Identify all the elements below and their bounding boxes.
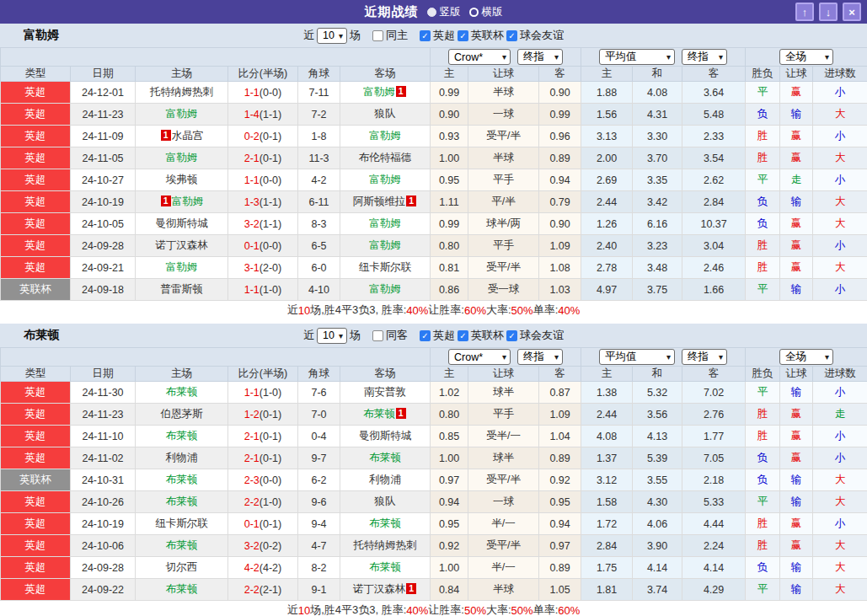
half-time-score: (0-1) [260,409,281,420]
move-up-button[interactable]: ↑ [795,3,814,21]
home-team-cell: 伯恩茅斯 [136,404,228,426]
league-checkbox-efl-cup[interactable]: ✓ [458,330,468,341]
avg-away-cell: 2.46 [682,257,746,279]
title-group: 近期战绩 竖版 横版 [0,4,867,20]
league-checkbox-friendly[interactable]: ✓ [506,330,517,341]
average-select[interactable]: 平均值 ▾ [599,49,675,65]
summary-segment: 单率: [533,603,559,616]
same-venue-checkbox[interactable] [372,330,383,341]
scope-value: 全场 [785,50,806,64]
avg-away-cell: 7.05 [682,447,746,469]
league-label-friendly: 球会友谊 [520,328,564,343]
home-odds-cell: 0.99 [431,213,468,235]
odds-company-select[interactable]: Crow* ▾ [448,49,511,65]
odds-time-value: 终指 [523,50,544,64]
avg-home-cell: 1.26 [581,213,633,235]
team-name: 布莱顿 [369,452,401,463]
odds-company-value: Crow* [454,351,483,363]
away-odds-cell: 0.79 [539,191,581,213]
match-row: 英超24-11-05富勒姆2-1(0-1)11-3布伦特福德1.00半球0.89… [1,147,867,169]
match-date-cell: 24-12-01 [71,82,136,104]
away-team-cell: 富勒姆 [340,235,431,257]
odds-time-select[interactable]: 终指 ▾ [517,349,563,365]
handicap-cell: 受半/一 [468,426,539,447]
layout-horizontal-radio[interactable]: 横版 [469,5,503,19]
league-type-cell: 英超 [1,235,71,257]
team-name: 富勒姆 [363,86,395,98]
move-down-button[interactable]: ↓ [819,3,838,21]
col-handicap-result: 让球 [780,367,813,382]
home-team-cell: 普雷斯顿 [136,279,228,301]
home-odds-cell: 0.95 [431,169,468,191]
same-venue-checkbox[interactable] [372,30,383,41]
scope-select[interactable]: 全场 ▾ [779,49,833,65]
col-away: 客场 [340,67,431,82]
avg-home-cell: 2.44 [581,404,633,426]
league-checkbox-friendly[interactable]: ✓ [506,30,517,41]
wdl-result-cell: 胜 [746,147,780,169]
handicap-result-cell: 赢 [780,404,813,426]
avg-home-cell: 1.88 [581,82,633,104]
odds-time-select[interactable]: 终指 ▾ [517,49,563,65]
corners-cell: 9-1 [298,579,340,601]
home-odds-cell: 1.02 [431,382,468,404]
league-type-cell: 英超 [1,169,71,191]
summary-segment: 50% [511,304,533,317]
score-cell: 1-2(0-1) [228,404,298,426]
half-time-score: (1-0) [260,496,281,508]
chevron-down-icon: ▾ [825,352,829,362]
match-count-select[interactable]: 10 ▾ [317,28,347,44]
chevron-down-icon: ▾ [825,52,829,62]
match-row: 英联杯24-10-31布莱顿2-3(0-0)6-2利物浦0.97受平/半0.92… [1,469,867,491]
chevron-down-icon: ▾ [719,52,723,62]
col-home: 主场 [136,367,228,382]
average-select[interactable]: 平均值 ▾ [599,349,675,365]
away-team-cell: 富勒姆1 [340,82,431,104]
summary-segment: 50% [511,604,533,616]
average-time-select[interactable]: 终指 ▾ [682,49,727,65]
summary-segment: 让胜率: [428,303,464,318]
dropdown-header-row: Crow* ▾ 终指 ▾ 平均值 [1,348,867,367]
avg-home-cell: 1.58 [581,491,633,513]
summary-segment: 60% [558,604,580,616]
avg-away-cell: 4.44 [682,513,746,535]
goals-result-cell: 大 [813,104,867,126]
avg-home-cell: 2.84 [581,535,633,557]
summary-segment: 单率: [533,303,559,318]
away-odds-cell: 0.96 [539,126,581,147]
match-date-cell: 24-11-23 [71,104,136,126]
goals-result-cell: 小 [813,426,867,447]
col-score: 比分(半场) [228,367,298,382]
home-odds-cell: 0.81 [431,257,468,279]
score-cell: 3-2(1-1) [228,213,298,235]
col-type: 类型 [1,67,71,82]
fulham-section: 富勒姆 近 10 ▾ 场 同主 ✓ 英超 ✓ 英联杯 ✓ 球会友谊 [0,24,867,319]
average-time-select[interactable]: 终指 ▾ [682,349,727,365]
layout-vertical-radio[interactable]: 竖版 [427,5,461,19]
away-team-cell: 托特纳姆热刺 [340,535,431,557]
half-time-score: (1-1) [260,109,281,121]
league-checkbox-efl-cup[interactable]: ✓ [458,30,468,41]
match-date-cell: 24-10-05 [71,213,136,235]
away-team-cell: 富勒姆 [340,126,431,147]
match-count-select[interactable]: 10 ▾ [317,328,347,344]
league-checkbox-premier[interactable]: ✓ [420,330,431,341]
match-date-cell: 24-09-28 [71,235,136,257]
card-badge: 1 [161,130,171,141]
chevron-down-icon: ▾ [554,52,559,62]
match-date-cell: 24-10-19 [71,513,136,535]
match-date-cell: 24-09-21 [71,257,136,279]
match-date-cell: 24-09-18 [71,279,136,301]
match-row: 英超24-10-27埃弗顿1-1(0-0)4-2富勒姆0.95平手0.942.6… [1,169,867,191]
score-cell: 2-3(0-0) [228,469,298,491]
avg-home-cell: 1.72 [581,513,633,535]
avg-home-cell: 4.08 [581,426,633,447]
goals-result-cell: 走 [813,404,867,426]
home-team-cell: 布莱顿 [136,535,228,557]
scope-select[interactable]: 全场 ▾ [779,349,833,365]
summary-segment: 40% [558,304,580,317]
close-button[interactable]: × [843,3,861,21]
league-checkbox-premier[interactable]: ✓ [420,30,431,41]
team-name: 富勒姆 [369,174,401,185]
odds-company-select[interactable]: Crow* ▾ [448,349,511,365]
